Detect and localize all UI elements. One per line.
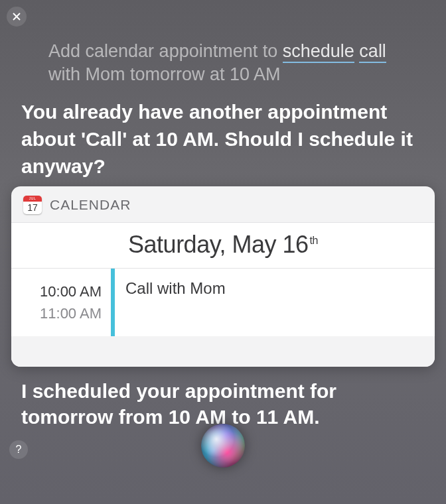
event-times: 10:00 AM 11:00 AM (11, 269, 111, 336)
help-icon: ? (16, 444, 22, 456)
siri-orb-button[interactable] (201, 424, 245, 468)
help-button[interactable]: ? (9, 440, 28, 459)
calendar-app-label: CALENDAR (50, 197, 131, 213)
calendar-icon-month: JUL (23, 196, 42, 202)
siri-confirmation-text: I scheduled your appointment for tomorro… (21, 378, 425, 430)
calendar-date-row: Saturday, May 16th (11, 222, 435, 269)
user-command-post: with Mom tomorrow at 10 AM (48, 64, 281, 84)
calendar-date: Saturday, May 16th (128, 231, 318, 258)
event-end-time: 11:00 AM (18, 302, 102, 324)
calendar-card-header: JUL 17 CALENDAR (11, 186, 435, 222)
keyword-schedule[interactable]: schedule (283, 41, 354, 63)
calendar-card-footer (11, 336, 435, 367)
close-icon (12, 12, 21, 21)
calendar-date-main: Saturday, May 16 (128, 231, 308, 258)
event-start-time: 10:00 AM (18, 281, 102, 302)
event-title: Call with Mom (125, 279, 424, 298)
siri-prompt-text: You already have another appointment abo… (21, 98, 425, 180)
user-command-text: Add calendar appointment to schedule cal… (48, 40, 419, 86)
event-content: Call with Mom (115, 269, 435, 336)
calendar-event-row[interactable]: 10:00 AM 11:00 AM Call with Mom (11, 269, 435, 336)
calendar-card[interactable]: JUL 17 CALENDAR Saturday, May 16th 10:00… (11, 186, 435, 367)
calendar-icon-day: 17 (23, 202, 42, 214)
calendar-date-suffix: th (310, 235, 318, 246)
close-button[interactable] (7, 7, 27, 27)
user-command-pre: Add calendar appointment to (48, 41, 283, 61)
calendar-icon: JUL 17 (23, 196, 42, 214)
keyword-call[interactable]: call (359, 41, 386, 63)
